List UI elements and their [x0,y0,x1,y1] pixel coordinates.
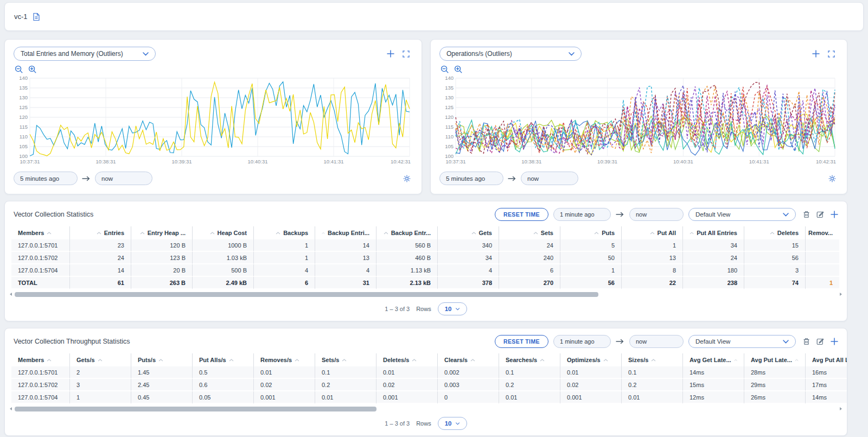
table-cell: 0.01 [254,366,315,379]
scrollbar-track[interactable] [15,407,837,411]
table-time-to-input[interactable]: now [629,335,684,348]
table-row: 127.0.0.1:570232.450.60.020.20.020.0030.… [11,379,847,391]
column-header[interactable]: Optimizes/s [560,353,622,366]
delete-icon[interactable] [803,211,810,218]
scrollbar-track[interactable] [15,292,837,297]
view-select[interactable]: Default View [688,208,796,221]
page-size-select[interactable]: 10 [438,302,467,315]
table-cell: 2.45 [131,379,193,391]
scroll-left-icon[interactable] [9,292,12,296]
table-cell: 14ms [806,391,847,404]
column-header[interactable]: Deletes [744,226,806,239]
column-header[interactable]: Backup Entri... [315,226,376,239]
sort-caret-icon [276,232,280,235]
settings-gear-icon[interactable] [403,175,411,182]
column-header[interactable]: Gets [438,226,499,239]
metric-select[interactable]: Operations/s (Outliers) [439,47,582,61]
column-header[interactable]: Sets/s [315,353,376,366]
sort-caret-icon [158,359,163,362]
scrollbar-thumb[interactable] [15,407,376,411]
svg-text:135: 135 [445,85,454,91]
edit-view-icon[interactable] [816,211,824,218]
column-header[interactable]: Put All Entries [683,226,744,239]
fullscreen-icon[interactable] [403,50,410,58]
table-cell: 13 [622,252,683,264]
column-header[interactable]: Gets/s [70,353,131,366]
scroll-right-icon[interactable] [839,292,843,296]
column-header[interactable]: Removes/s [254,353,315,366]
add-view-icon[interactable] [831,338,838,345]
chart-svg: 14013513012512011511010510010:37:3110:38… [439,75,838,166]
table-time-from-input[interactable]: 1 minute ago [553,208,611,221]
column-header[interactable]: Sizes/s [622,353,683,366]
table-cell: 180 [683,264,744,277]
table-cell: 0.02 [560,379,622,391]
table-cell: 8 [622,264,683,277]
chart-time-from-input[interactable]: 5 minutes ago [14,172,78,185]
table-time-to-input[interactable]: now [629,208,684,221]
scroll-left-icon[interactable] [9,407,12,411]
fullscreen-icon[interactable] [828,50,835,58]
table-cell: 0.6 [193,379,254,391]
view-select[interactable]: Default View [688,335,796,348]
chart-time-to-input[interactable]: now [95,172,152,185]
column-header[interactable]: Remov... [806,226,839,239]
column-header[interactable]: Avg Put All L... [806,353,847,366]
add-chart-icon[interactable] [387,50,394,58]
zoom-out-icon[interactable] [15,65,23,74]
column-header[interactable]: Puts/s [131,353,193,366]
settings-gear-icon[interactable] [828,175,836,182]
operations-chart[interactable]: 14013513012512011511010510010:37:3110:38… [439,75,838,166]
table-cell: 31 [315,277,376,289]
chart-time-from-input[interactable]: 5 minutes ago [439,172,503,185]
column-header[interactable]: Entry Heap ... [131,226,193,239]
add-chart-icon[interactable] [812,50,820,58]
column-header[interactable]: Deletes/s [376,353,438,366]
sort-caret-icon [603,359,608,362]
table-cell: 13 [315,252,376,264]
table-cell: 34 [438,252,499,264]
chevron-down-icon [783,340,789,344]
document-icon[interactable] [33,12,40,21]
table-cell: 0.002 [438,366,499,379]
column-header[interactable]: Entries [70,226,131,239]
scrollbar-thumb[interactable] [15,292,598,297]
zoom-in-icon[interactable] [454,65,463,74]
column-header[interactable]: Members [11,353,70,366]
table-cell: 1.45 [131,366,193,379]
svg-text:110: 110 [445,134,454,140]
svg-text:115: 115 [20,124,28,130]
pagination-rows-label: Rows [416,306,431,312]
table-time-from-input[interactable]: 1 minute ago [553,335,611,348]
column-header[interactable]: Backups [254,226,315,239]
entries-memory-chart[interactable]: 14013513012512011511010510010:37:3110:38… [14,75,413,166]
table-cell: 24 [70,252,131,264]
reset-time-button[interactable]: RESET TIME [495,208,548,221]
column-header[interactable]: Avg Put Late... [744,353,806,366]
column-header[interactable]: Sets [499,226,560,239]
add-view-icon[interactable] [831,211,838,218]
table-cell: 0.1 [622,366,683,379]
zoom-out-icon[interactable] [441,65,449,74]
svg-text:10:37:31: 10:37:31 [20,159,40,164]
delete-icon[interactable] [803,338,810,345]
column-header[interactable]: Clears/s [438,353,499,366]
metric-select[interactable]: Total Entries and Memory (Outliers) [14,47,156,61]
column-header[interactable]: Put Alls/s [193,353,254,366]
column-header[interactable]: Puts [560,226,622,239]
column-header[interactable]: Avg Get Late... [683,353,744,366]
column-header[interactable]: Heap Cost [193,226,254,239]
edit-view-icon[interactable] [816,338,824,345]
table-cell: 0.01 [499,391,560,404]
column-header[interactable]: Backup Entr... [376,226,438,239]
column-header[interactable]: Members [11,226,70,239]
column-header[interactable]: Put All [622,226,683,239]
column-header[interactable]: Searches/s [499,353,560,366]
zoom-in-icon[interactable] [28,65,37,74]
table-cell: 127.0.0.1:5704 [11,264,70,277]
scroll-right-icon[interactable] [839,407,843,411]
reset-time-button[interactable]: RESET TIME [495,335,548,348]
table-cell: 127.0.0.1:5701 [11,239,70,252]
chart-time-to-input[interactable]: now [521,172,578,185]
page-size-select[interactable]: 10 [438,417,467,430]
